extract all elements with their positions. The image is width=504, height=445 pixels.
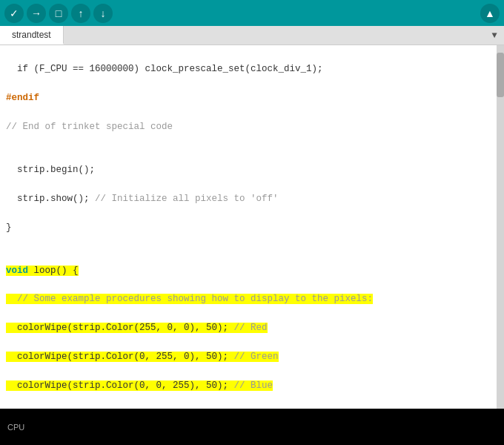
tab-bar: strandtest ▼: [0, 26, 504, 45]
tab-dropdown-arrow[interactable]: ▼: [485, 26, 504, 44]
scrollbar-thumb[interactable]: [497, 53, 504, 97]
tab-label: strandtest: [12, 30, 51, 40]
open-button[interactable]: ↑: [71, 4, 90, 23]
new-button[interactable]: □: [49, 4, 68, 23]
code-content: if (F_CPU == 16000000) clock_prescale_se…: [0, 45, 504, 409]
code-editor[interactable]: if (F_CPU == 16000000) clock_prescale_se…: [0, 45, 504, 409]
tab-strandtest[interactable]: strandtest: [0, 26, 64, 44]
save-button[interactable]: ↓: [93, 4, 113, 23]
upload-button[interactable]: →: [27, 4, 46, 23]
toolbar: ✓ → □ ↑ ↓ ▲: [0, 0, 504, 26]
status-text: CPU: [7, 423, 24, 432]
verify-button[interactable]: ✓: [4, 4, 24, 23]
status-bar: CPU: [0, 409, 504, 445]
monitor-button[interactable]: ▲: [480, 4, 500, 23]
scrollbar[interactable]: [497, 45, 504, 409]
